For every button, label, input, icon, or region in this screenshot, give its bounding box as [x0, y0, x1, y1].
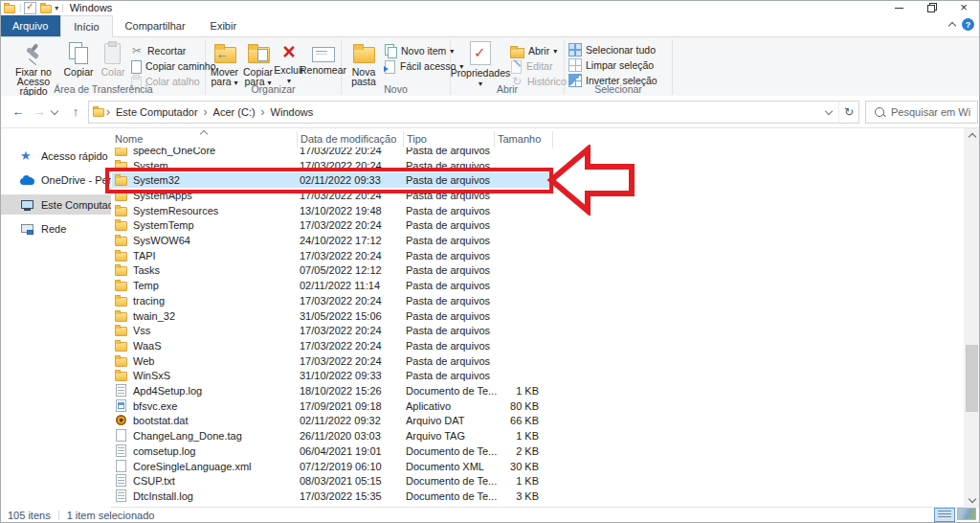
file-type: Pasta de arquivos — [404, 280, 495, 291]
file-row[interactable]: Apd4Setup.log18/10/2022 15:26Documento d… — [112, 383, 553, 398]
file-row[interactable]: DtcInstall.log17/03/2022 15:35Documento … — [112, 489, 553, 504]
folder-icon — [115, 294, 128, 307]
file-row[interactable]: SystemTemp17/03/2022 20:24Pasta de arqui… — [112, 218, 553, 234]
address-bar: ← → ↑ › Este Computador›Acer (C:)›Window… — [0, 96, 980, 127]
file-name: Tasks — [133, 264, 160, 276]
file-date: 31/10/2022 09:33 — [298, 370, 404, 381]
folder-icon — [115, 249, 128, 262]
rename-icon — [312, 47, 335, 62]
new-folder-button[interactable]: Nova pasta — [345, 37, 382, 86]
file-type: Pasta de arquivos — [404, 355, 495, 367]
file-row[interactable]: ChangeLang_Done.tag26/11/2020 03:03Arqui… — [112, 428, 553, 443]
details-view-button[interactable] — [934, 508, 955, 522]
breadcrumb-item[interactable]: Windows — [266, 106, 319, 118]
qat-new-folder-icon[interactable] — [40, 3, 53, 13]
paste-button: Colar — [98, 37, 128, 77]
scroll-down-icon[interactable] — [969, 495, 976, 503]
file-row[interactable]: tracing17/03/2022 20:24Pasta de arquivos — [112, 293, 553, 308]
properties-button[interactable]: ✓ Propriedades ▾ — [453, 37, 508, 89]
file-date: 17/03/2022 20:24 — [298, 355, 404, 367]
file-row[interactable]: CSUP.txt08/03/2021 05:15Documento de Te.… — [112, 473, 553, 489]
back-button[interactable]: ← — [8, 104, 29, 119]
copy-to-button[interactable]: Copiar para ▾ — [241, 37, 275, 88]
delete-button[interactable]: × Excluir ▾ — [275, 37, 303, 86]
annotation-rectangle — [105, 168, 553, 193]
file-row[interactable]: CoreSingleLanguage.xml07/12/2019 06:10Do… — [112, 459, 553, 474]
copy-path-button[interactable]: Copiar caminho — [128, 58, 218, 74]
address-box[interactable]: › Este Computador›Acer (C:)›Windows ↻ — [88, 101, 859, 124]
refresh-button[interactable]: ↻ — [838, 102, 858, 123]
file-row[interactable]: bootstat.dat02/11/2022 09:32Arquivo DAT6… — [112, 414, 553, 429]
file-date: 07/05/2022 12:12 — [298, 264, 404, 276]
column-header-date[interactable]: Data de modificação — [298, 131, 404, 148]
open-button[interactable]: Abrir ▾ — [508, 43, 568, 58]
tab-home[interactable]: Início — [60, 15, 112, 37]
file-name-cell: SystemTemp — [112, 218, 298, 232]
file-row[interactable]: comsetup.log06/04/2021 19:01Documento de… — [112, 443, 553, 459]
qat-properties-icon[interactable]: ✓ — [24, 2, 36, 14]
check-icon: ✓ — [474, 44, 486, 61]
copy-icon — [67, 41, 90, 64]
tab-share[interactable]: Compartilhar — [113, 15, 198, 36]
sidebar-item-quick-access[interactable]: Acesso rápido — [0, 146, 111, 166]
file-row[interactable]: WaaS17/03/2022 20:24Pasta de arquivos — [112, 338, 553, 353]
sidebar-item-network[interactable]: Rede — [0, 218, 111, 239]
file-type: Documento de Te... — [404, 385, 495, 397]
minimize-button[interactable] — [882, 0, 915, 15]
cut-button[interactable]: ✂ Recortar — [128, 43, 218, 58]
restore-button[interactable] — [915, 0, 947, 15]
minimize-ribbon-icon[interactable] — [948, 22, 956, 30]
file-row[interactable]: TAPI17/03/2022 20:24Pasta de arquivos — [112, 248, 553, 263]
file-type: Pasta de arquivos — [404, 264, 495, 276]
file-row[interactable]: SystemResources13/10/2022 19:48Pasta de … — [112, 203, 553, 218]
tab-file[interactable]: Arquivo — [0, 15, 60, 36]
clipboard-small-buttons: ✂ Recortar Copiar caminho Colar atalho — [128, 37, 218, 89]
tab-view[interactable]: Exibir — [198, 15, 250, 36]
minimize-icon — [895, 8, 903, 9]
page-icon — [115, 460, 128, 473]
copy-button[interactable]: Copiar — [59, 37, 98, 77]
sidebar-item-onedrive[interactable]: OneDrive - Person — [0, 170, 111, 190]
column-header-type[interactable]: Tipo — [404, 131, 495, 148]
rename-button[interactable]: Renomear — [303, 37, 343, 75]
file-row[interactable]: WinSxS31/10/2022 09:33Pasta de arquivos — [112, 369, 553, 384]
qat-customize-caret-icon[interactable]: ▾ — [55, 4, 58, 12]
select-all-button[interactable]: Selecionar tudo — [567, 42, 659, 57]
column-header-size[interactable]: Tamanho — [495, 131, 553, 148]
file-row[interactable]: bfsvc.exe17/09/2021 09:18Aplicativo80 KB — [112, 398, 553, 414]
up-button[interactable]: ↑ — [65, 104, 86, 119]
close-button[interactable]: × — [947, 0, 980, 15]
move-to-button[interactable]: ← Mover para ▾ — [208, 37, 241, 88]
breadcrumb-item[interactable]: Acer (C:) — [209, 106, 260, 118]
breadcrumb-item[interactable]: Este Computador — [111, 106, 203, 118]
file-name: SystemTemp — [133, 219, 194, 231]
scroll-up-icon[interactable] — [969, 133, 976, 141]
file-date: 06/04/2021 19:01 — [298, 445, 404, 457]
file-row[interactable]: Vss17/03/2022 20:24Pasta de arquivos — [112, 323, 553, 338]
file-row[interactable]: SysWOW6424/10/2022 17:12Pasta de arquivo… — [112, 233, 553, 248]
folder-icon — [115, 309, 128, 323]
qat-separator: | — [61, 3, 63, 12]
search-input[interactable] — [889, 105, 972, 119]
file-name-cell: twain_32 — [112, 309, 298, 323]
cloud-icon — [20, 172, 35, 188]
file-row[interactable]: Web17/03/2022 20:24Pasta de arquivos — [112, 353, 553, 369]
sidebar-item-label: OneDrive - Person — [41, 174, 111, 186]
vertical-scrollbar[interactable] — [964, 128, 980, 508]
recent-locations-icon[interactable] — [51, 106, 58, 114]
file-name-cell: CoreSingleLanguage.xml — [112, 460, 298, 473]
file-type: Documento de Te... — [404, 445, 495, 457]
sidebar-item-this-pc[interactable]: Este Computador — [0, 194, 111, 215]
scrollbar-thumb[interactable] — [966, 345, 978, 412]
thumbnails-view-button[interactable] — [957, 508, 976, 520]
file-row[interactable]: Temp02/11/2022 11:14Pasta de arquivos — [112, 278, 553, 293]
help-icon[interactable]: ? — [962, 18, 974, 31]
file-row[interactable]: twain_3231/05/2022 15:06Pasta de arquivo… — [112, 308, 553, 324]
file-date: 17/09/2021 09:18 — [298, 400, 404, 412]
clear-selection-button[interactable]: Limpar seleção — [567, 57, 659, 73]
folder-icon — [115, 279, 128, 292]
file-row[interactable]: Tasks07/05/2022 12:12Pasta de arquivos — [112, 263, 553, 279]
address-dropdown-button[interactable] — [819, 102, 838, 123]
search-box[interactable] — [865, 101, 978, 124]
text-doc-icon — [115, 474, 128, 488]
